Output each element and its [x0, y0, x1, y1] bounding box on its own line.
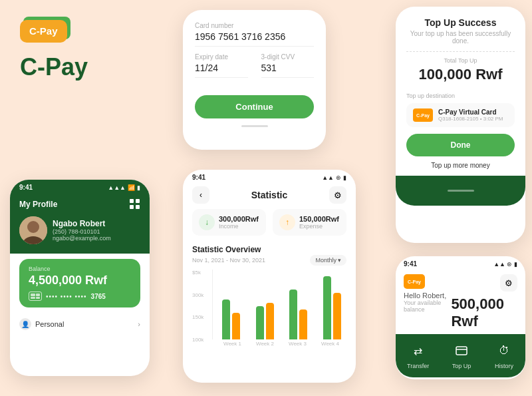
bottom-green-area — [396, 176, 525, 206]
total-topup-section: Total Top Up 100,000 Rwf — [396, 57, 525, 90]
week4-label: Week 4 — [314, 341, 346, 347]
dest-logo: C-Pay — [413, 108, 433, 122]
history-icon: ⏱ — [494, 341, 514, 361]
svg-rect-3 — [456, 347, 467, 355]
bar-w1-green — [222, 299, 230, 339]
y-axis-labels: $5k 300k 150k 100k — [192, 270, 203, 343]
profile-time: 9:41 — [19, 184, 33, 191]
svg-point-1 — [27, 221, 39, 233]
wifi-icon: 📶 — [128, 184, 135, 191]
transfer-label: Transfer — [407, 363, 429, 369]
continue-button[interactable]: Continue — [195, 95, 314, 118]
battery-icon: ▮ — [514, 261, 517, 268]
signal-icon: ▲▲ — [322, 174, 334, 181]
stat-time: 9:41 — [192, 174, 205, 181]
y-label-300k: 300k — [192, 292, 203, 298]
card-chip — [29, 292, 42, 301]
bar-w3-orange — [299, 309, 307, 339]
overview-date: Nov 1, 2021 - Nov 30, 2021 — [192, 257, 265, 264]
income-card: ↓ 300,000Rwf Income — [192, 209, 266, 236]
period-selector[interactable]: Monthly ▾ — [310, 255, 346, 266]
expense-card: ↑ 150,000Rwf Expense — [273, 209, 346, 236]
stat-status-bar: 9:41 ▲▲ ⊛ ▮ — [183, 170, 356, 184]
success-title: Top Up Success — [406, 17, 515, 28]
transfer-icon: ⇄ — [408, 341, 428, 361]
back-button[interactable]: ‹ — [192, 186, 209, 204]
expiry-label: Expiry date — [195, 53, 248, 61]
available-label: Your available balance — [404, 299, 451, 313]
phone-hello: 9:41 ▲▲ ⊛ ▮ C-Pay Hello Robert, Your ava… — [396, 256, 525, 379]
signal-icon: ▲▲ — [493, 261, 505, 268]
done-button[interactable]: Done — [406, 134, 515, 156]
income-icon: ↓ — [199, 214, 215, 230]
expiry-value: 11/24 — [195, 63, 248, 78]
phone-topup-success: Top Up Success Your top up has been succ… — [396, 7, 525, 243]
bar-w4-orange — [333, 293, 341, 339]
home-indicator — [448, 190, 474, 192]
profile-status-icons: ▲▲▲ 📶 ▮ — [108, 184, 140, 191]
dest-label: Top up destination — [406, 93, 515, 99]
dropdown-icon: ▾ — [338, 257, 341, 264]
y-label-5k: $5k — [192, 270, 203, 276]
topup-more-link[interactable]: Top up more money — [396, 162, 525, 169]
card-form: Card number 1956 7561 3716 2356 Expiry d… — [183, 10, 326, 136]
profile-title: My Profile — [19, 200, 57, 209]
topup-dest-section: Top up destination C-Pay C-Pay Virtual C… — [396, 90, 525, 134]
overview-title: Statistic Overview — [192, 245, 346, 254]
dest-card: C-Pay C-Pay Virtual Card Q318-1608-2105 … — [406, 103, 515, 127]
balance-amount: 4,500,000 Rwf — [29, 274, 131, 288]
card-dots: •••• •••• •••• — [46, 293, 87, 300]
income-label: Income — [219, 223, 259, 230]
bar-w2-green — [256, 306, 264, 339]
total-label: Total Top Up — [406, 57, 515, 64]
dest-logo-text: C-Pay — [416, 113, 430, 118]
progress-indicator — [241, 125, 268, 127]
hello-time: 9:41 — [404, 260, 417, 268]
cpay-mini-logo: C-Pay — [404, 274, 425, 289]
qr-icon[interactable] — [130, 199, 140, 210]
hello-text: Hello Robert, — [404, 292, 451, 299]
phone-card-form: Card number 1956 7561 3716 2356 Expiry d… — [183, 10, 326, 150]
settings-button[interactable]: ⚙ — [329, 186, 346, 204]
bar-w2-orange — [266, 303, 274, 339]
settings-button-topup[interactable]: ⚙ — [500, 274, 517, 292]
hello-status-icons: ▲▲ ⊛ ▮ — [493, 261, 517, 268]
success-header: Top Up Success Your top up has been succ… — [396, 7, 525, 51]
total-amount: 100,000 Rwf — [406, 66, 515, 83]
success-subtitle: Your top up has been successfully done. — [406, 30, 515, 45]
brand-name: C-Pay — [20, 53, 88, 81]
card-number-value: 1956 7561 3716 2356 — [195, 31, 314, 47]
logo-text: C-Pay — [29, 25, 58, 37]
profile-footer[interactable]: 👤 Personal › — [10, 313, 150, 335]
avatar — [19, 216, 47, 244]
phone-profile: 9:41 ▲▲▲ 📶 ▮ My Profile — [10, 180, 150, 376]
personal-icon: 👤 — [19, 318, 31, 330]
balance-label: Balance — [29, 266, 131, 272]
transfer-button[interactable]: ⇄ Transfer — [407, 341, 429, 369]
cpay-mini-text: C-Pay — [408, 280, 421, 284]
user-email: ngabo@example.com — [53, 235, 111, 242]
chevron-right-icon: › — [138, 320, 140, 328]
hello-section: C-Pay Hello Robert, Your available balan… — [404, 274, 451, 313]
bar-w3-green — [289, 290, 297, 339]
divider — [406, 51, 515, 52]
expense-icon: ↑ — [279, 214, 295, 230]
y-label-100k: 100k — [192, 337, 203, 343]
wifi-icon: ⊛ — [336, 174, 341, 181]
history-button[interactable]: ⏱ History — [494, 341, 514, 369]
wifi-icon: ⊛ — [507, 261, 512, 268]
dest-name: C-Pay Virtual Card — [438, 108, 503, 116]
topup-button[interactable]: Top Up — [452, 341, 471, 369]
balance-card: Balance 4,500,000 Rwf •••• •••• •••• 376… — [19, 259, 140, 307]
balance-display: 500,000 Rwf — [451, 296, 517, 330]
bar-w4-green — [323, 276, 331, 339]
cvv-value: 531 — [261, 63, 315, 78]
y-label-150k: 150k — [192, 314, 203, 320]
user-phone: (250) 788-010101 — [53, 228, 111, 235]
stat-summary: ↓ 300,000Rwf Income ↑ 150,000Rwf Expense — [183, 209, 356, 242]
stat-status-icons: ▲▲ ⊛ ▮ — [322, 174, 346, 181]
week3-label: Week 3 — [281, 341, 314, 347]
battery-icon: ▮ — [343, 174, 346, 181]
hello-status-bar: 9:41 ▲▲ ⊛ ▮ — [396, 256, 525, 270]
phone-statistics: 9:41 ▲▲ ⊛ ▮ ‹ Statistic ⚙ ↓ 300,000Rwf I… — [183, 170, 356, 383]
